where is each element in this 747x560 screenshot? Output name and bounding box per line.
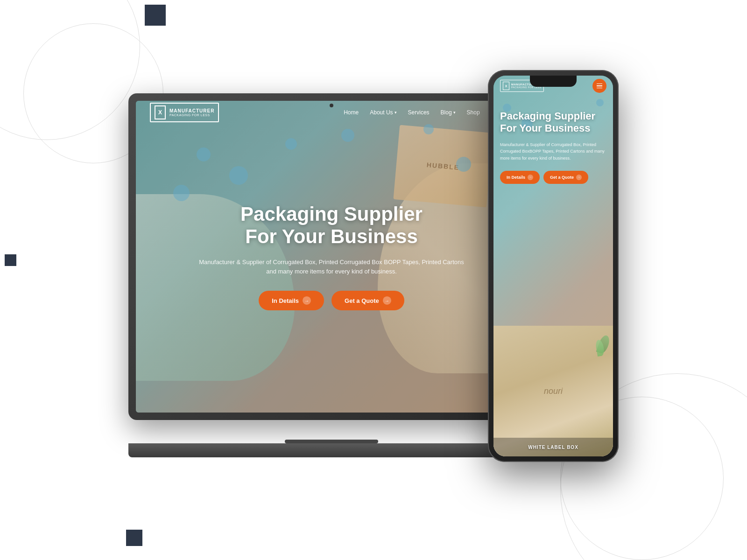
devices-container: HUBBLE X MANUFACTUR — [128, 70, 619, 490]
phone-hero-title: Packaging Supplier For Your Business — [500, 110, 606, 135]
laptop-base-center — [285, 440, 378, 443]
laptop-nav: X MANUFACTURER PACKAGING FOR LESS Home A… — [136, 101, 527, 124]
laptop-screen: HUBBLE X MANUFACTUR — [136, 101, 527, 413]
phone-details-button[interactable]: In Details → — [500, 171, 540, 184]
laptop-hero-buttons: In Details → Get a Quote → — [196, 291, 467, 310]
quote-arrow-icon: → — [383, 296, 391, 305]
nav-services[interactable]: Services — [408, 109, 430, 116]
menu-line-1 — [597, 84, 602, 84]
phone-hero-buttons: In Details → Get a Quote → — [500, 171, 606, 184]
phone-hero-content: Packaging Supplier For Your Business Man… — [500, 96, 606, 184]
phone-logo-icon: X — [503, 82, 509, 90]
laptop-box-shape: HUBBLE — [393, 125, 493, 208]
stamp-1 — [197, 147, 211, 161]
logo-brand: MANUFACTURER — [169, 108, 214, 113]
about-dropdown-arrow: ▾ — [395, 110, 397, 115]
phone-quote-button[interactable]: Get a Quote → — [543, 171, 588, 184]
menu-line-3 — [597, 88, 602, 89]
white-label-box-image: WHITE LABEL BOX nouri — [493, 326, 613, 456]
laptop-base — [128, 443, 535, 457]
stamp-6 — [456, 157, 471, 172]
stamp-2 — [229, 166, 248, 185]
nav-blog[interactable]: Blog ▾ — [441, 109, 456, 116]
laptop-body: HUBBLE X MANUFACTUR — [128, 93, 535, 420]
laptop-mockup: HUBBLE X MANUFACTUR — [128, 93, 535, 457]
phone-bottom-section: WHITE LABEL BOX nouri — [493, 326, 613, 456]
blog-dropdown-arrow: ▾ — [453, 110, 456, 115]
nav-shop[interactable]: Shop — [467, 109, 480, 116]
phone-menu-button[interactable] — [592, 79, 606, 93]
phone-mockup: X MANUFACTURER PACKAGING FOR LESS — [488, 70, 619, 462]
logo-tagline: PACKAGING FOR LESS — [169, 113, 214, 117]
phone-details-arrow-icon: → — [528, 175, 533, 180]
nav-about[interactable]: About Us ▾ — [370, 109, 396, 116]
stamp-3 — [285, 138, 297, 150]
details-arrow-icon: → — [303, 296, 311, 305]
logo-icon: X — [155, 105, 166, 119]
stamp-7 — [423, 124, 434, 134]
stamp-5 — [341, 129, 354, 142]
logo-text: MANUFACTURER PACKAGING FOR LESS — [169, 108, 214, 117]
nav-home[interactable]: Home — [344, 109, 359, 116]
phone-screen: X MANUFACTURER PACKAGING FOR LESS — [493, 76, 613, 456]
phone-notch — [530, 76, 577, 87]
laptop-hero-subtitle: Manufacturer & Supplier of Corrugated Bo… — [196, 258, 467, 277]
phone-hero-subtitle: Manufacturer & Supplier of Corrugated Bo… — [500, 141, 606, 161]
laptop-details-button[interactable]: In Details → — [259, 291, 324, 310]
laptop-hero-title: Packaging Supplier For Your Business — [196, 203, 467, 248]
stamp-4 — [173, 185, 190, 201]
white-label-caption: WHITE LABEL BOX — [528, 445, 578, 450]
laptop-logo: X MANUFACTURER PACKAGING FOR LESS — [150, 103, 219, 122]
laptop-quote-button[interactable]: Get a Quote → — [331, 291, 404, 310]
phone-quote-arrow-icon: → — [576, 175, 582, 180]
laptop-hero-content: Packaging Supplier For Your Business Man… — [196, 203, 467, 310]
menu-line-2 — [597, 85, 602, 86]
